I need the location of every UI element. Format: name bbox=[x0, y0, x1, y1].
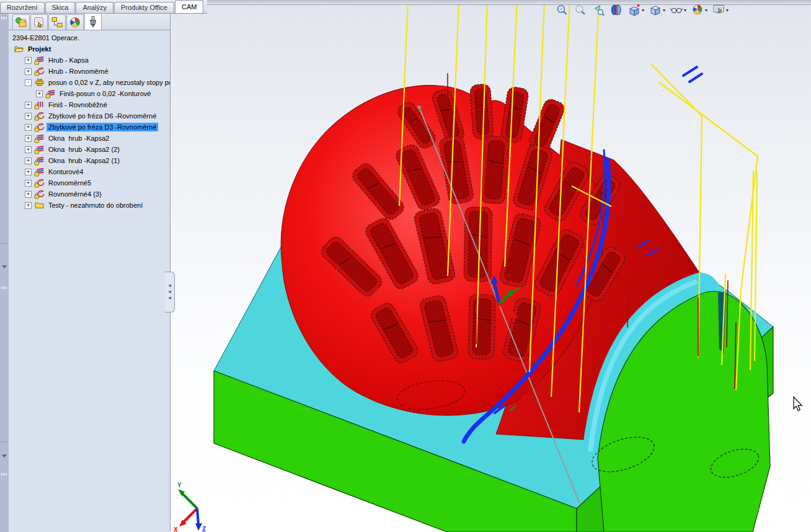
expand-box[interactable]: + bbox=[25, 124, 32, 131]
op-bars-icon bbox=[34, 156, 45, 166]
apply-scene-icon bbox=[712, 4, 725, 16]
collapse-box[interactable]: - bbox=[25, 79, 32, 86]
expand-box[interactable]: + bbox=[36, 91, 43, 97]
solidworks-cam-window: RozvrženíSkicaAnalýzyProdukty OfficeCAM … bbox=[0, 0, 811, 532]
folder-closed-icon bbox=[34, 200, 45, 210]
chevron-down-icon[interactable] bbox=[2, 265, 7, 268]
document-title: 2394-E2801 Operace. bbox=[12, 33, 170, 43]
expand-box[interactable]: + bbox=[25, 68, 32, 75]
tree-item-label: Finiš - Rovnoběžné bbox=[47, 100, 109, 109]
zoom-to-fit-button[interactable] bbox=[554, 2, 570, 17]
tab-skica[interactable]: Skica bbox=[45, 2, 76, 13]
tree-item-label: Finiš-posun o 0,02 -Konturové bbox=[58, 89, 153, 98]
op-bars-icon bbox=[34, 55, 45, 65]
operation-plan-icon bbox=[32, 16, 46, 29]
display-style-button[interactable]: ▾ bbox=[647, 2, 667, 17]
display-style-icon bbox=[649, 4, 662, 16]
tree-item[interactable]: +Hrub - Kapsa bbox=[12, 55, 170, 66]
tree-item[interactable]: +Okna hrub -Kapsa2 (2) bbox=[12, 144, 170, 155]
expand-box[interactable]: + bbox=[25, 157, 32, 164]
op-bars-icon bbox=[34, 167, 45, 177]
collapse-arrow-icon: ◄ bbox=[167, 284, 172, 288]
view-orientation-dropdown[interactable]: ▾ bbox=[642, 7, 644, 13]
tab-anal-zy[interactable]: Analýzy bbox=[76, 2, 113, 13]
tree-item[interactable]: +Zbytkové po fréza D3 -Rovnoměrné bbox=[12, 122, 170, 133]
operation-tree: Projekt+Hrub - Kapsa+Hrub - Rovnoměrné-p… bbox=[12, 43, 170, 211]
expand-box[interactable]: + bbox=[25, 113, 32, 120]
tree-item-label: Zbytkové po fréza D3 -Rovnoměrné bbox=[47, 123, 158, 131]
section-view-icon bbox=[609, 4, 623, 16]
expand-box[interactable]: + bbox=[25, 57, 32, 64]
tab-cam[interactable]: CAM bbox=[175, 0, 203, 13]
edit-appearance-button[interactable]: ▾ bbox=[689, 2, 709, 17]
expand-box[interactable]: + bbox=[25, 102, 32, 109]
expand-box[interactable]: + bbox=[25, 180, 32, 187]
machining-colors-icon bbox=[68, 16, 82, 29]
zoom-to-area-button[interactable] bbox=[572, 2, 588, 17]
tree-item[interactable]: +Testy - nezahrnuto do obrobení bbox=[12, 200, 170, 211]
edit-appearance-dropdown[interactable]: ▾ bbox=[705, 7, 707, 13]
cam-feature-tree-tab[interactable] bbox=[12, 14, 30, 30]
machining-colors-tab[interactable] bbox=[66, 14, 84, 30]
drag-handle-dots[interactable] bbox=[1, 286, 7, 289]
cam-feature-tree-icon bbox=[14, 16, 28, 29]
previous-view-button[interactable] bbox=[590, 2, 606, 17]
op-circular-icon bbox=[34, 189, 45, 199]
divider bbox=[1, 441, 7, 442]
tree-item[interactable]: +Okna hrub -Kapsa2 (1) bbox=[12, 155, 170, 166]
panel-body: 2394-E2801 Operace. Projekt+Hrub - Kapsa… bbox=[9, 30, 170, 211]
tool-library-tab[interactable] bbox=[84, 13, 102, 30]
tree-item-label: Okna hrub -Kapsa2 bbox=[47, 134, 111, 143]
op-circular-icon bbox=[34, 178, 45, 188]
section-view-button[interactable] bbox=[608, 2, 624, 17]
dome-pocket bbox=[468, 295, 495, 360]
tab-produkty-office[interactable]: Produkty Office bbox=[114, 2, 174, 13]
tree-item-label: Konturové4 bbox=[47, 167, 85, 176]
commandmanager-tabs: RozvrženíSkicaAnalýzyProdukty OfficeCAM bbox=[0, 0, 207, 14]
dome-pocket bbox=[480, 136, 509, 205]
apply-scene-dropdown[interactable]: ▾ bbox=[726, 7, 729, 13]
graphics-viewport[interactable]: Y X Z bbox=[170, 0, 811, 532]
heads-up-toolbar: ▾▾▾▾▾ bbox=[554, 2, 730, 17]
left-edge-bar bbox=[0, 13, 9, 532]
tree-item-label: Okna hrub -Kapsa2 (2) bbox=[47, 145, 122, 154]
hide-show-items-dropdown[interactable]: ▾ bbox=[684, 7, 686, 13]
expand-box[interactable]: + bbox=[25, 146, 32, 153]
triad-z-label: Z bbox=[202, 526, 206, 532]
fixture-icon bbox=[34, 78, 45, 87]
tree-item[interactable]: +Finiš - Rovnoběžné bbox=[12, 99, 170, 110]
tree-item[interactable]: +Zbytkové po fréza D6 -Rovnoměrné bbox=[12, 110, 170, 122]
tool-tree-tab[interactable] bbox=[48, 14, 66, 30]
expand-box[interactable]: + bbox=[25, 135, 32, 142]
drag-handle-dots[interactable] bbox=[1, 473, 7, 476]
expand-box[interactable]: + bbox=[25, 202, 32, 209]
expand-box[interactable]: + bbox=[25, 191, 32, 198]
drag-handle-dots[interactable] bbox=[1, 17, 7, 19]
apply-scene-button[interactable]: ▾ bbox=[711, 2, 730, 17]
op-bars-icon bbox=[34, 133, 45, 143]
tree-item[interactable]: -posun o 0,02 v Z, aby nezustaly stopy p… bbox=[12, 77, 170, 88]
view-orientation-button[interactable]: ▾ bbox=[626, 2, 645, 17]
panel-collapse-handle[interactable]: ◄ ◄ ◄ bbox=[165, 272, 175, 313]
hide-show-items-button[interactable]: ▾ bbox=[668, 2, 688, 17]
triad-x-label: X bbox=[174, 526, 178, 532]
op-bars-icon bbox=[45, 89, 56, 99]
tree-item-label: Okna hrub -Kapsa2 (1) bbox=[47, 156, 122, 165]
tab-rozvr-en-[interactable]: Rozvržení bbox=[0, 2, 45, 13]
display-style-dropdown[interactable]: ▾ bbox=[663, 7, 665, 13]
triad-y-label: Y bbox=[177, 482, 182, 489]
tree-item[interactable]: +Rovnoměrné4 (3) bbox=[12, 188, 170, 200]
operation-plan-tab[interactable] bbox=[30, 14, 48, 30]
tree-item-label: Zbytkové po fréza D6 -Rovnoměrné bbox=[47, 112, 158, 120]
op-circular-icon bbox=[34, 111, 45, 121]
tree-item[interactable]: +Hrub - Rovnoměrné bbox=[12, 66, 170, 77]
cam-operation-tree-panel: 2394-E2801 Operace. Projekt+Hrub - Kapsa… bbox=[9, 13, 171, 532]
tree-item[interactable]: +Finiš-posun o 0,02 -Konturové bbox=[12, 88, 170, 99]
tree-item[interactable]: +Rovnoměrné5 bbox=[12, 177, 170, 188]
chevron-down-icon[interactable] bbox=[2, 454, 7, 458]
tree-item[interactable]: Projekt bbox=[12, 43, 170, 55]
tree-item-label: Hrub - Kapsa bbox=[47, 56, 91, 64]
expand-box[interactable]: + bbox=[25, 169, 32, 175]
tree-item[interactable]: +Konturové4 bbox=[12, 166, 170, 177]
tree-item[interactable]: +Okna hrub -Kapsa2 bbox=[12, 133, 170, 144]
